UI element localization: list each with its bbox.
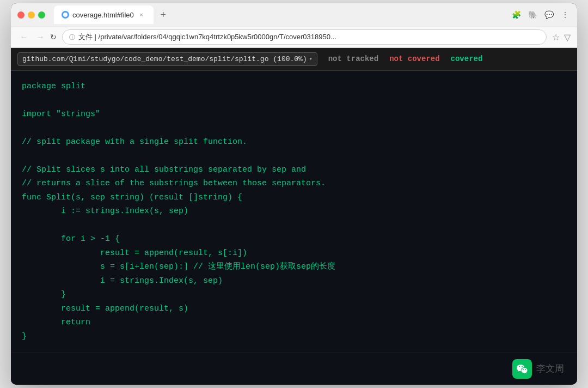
code-line-15: i = strings.Index(s, sep) [22,274,566,288]
url-bar[interactable]: ⓘ 文件 | /private/var/folders/04/qgqlc1wn7… [62,29,547,45]
dropdown-arrow-icon: ▾ [309,56,313,62]
code-line-14: s = s[i+len(sep):] // 这里使用len(sep)获取sep的… [22,260,566,274]
new-tab-button[interactable]: + [156,7,171,22]
code-line-17: result = append(result, s) [22,302,566,316]
tab-favicon [62,11,69,19]
code-line-10: i := strings.Index(s, sep) [22,204,566,219]
code-line-12: for i > -1 { [22,232,566,246]
code-line-5: // split package with a single split fun… [22,135,566,149]
title-bar: coverage.html#file0 × + 🧩 🐘 💬 ⋮ [11,3,577,27]
code-line-11 [22,219,566,233]
tab-bar: coverage.html#file0 × + [54,5,506,24]
forward-button[interactable]: → [34,31,47,43]
file-selector-dropdown[interactable]: github.com/Q1mi/studygo/code_demo/test_d… [17,52,317,66]
extension-icon-1[interactable]: 🧩 [511,9,522,20]
browser-menu-button[interactable]: ⋮ [560,9,571,20]
code-line-7: // Split slices s into all substrings se… [22,163,566,177]
bookmark-icon[interactable]: ☆ [552,32,560,43]
coverage-toolbar: github.com/Q1mi/studygo/code_demo/test_d… [11,48,577,71]
minimize-button[interactable] [28,11,35,19]
maximize-button[interactable] [38,11,45,19]
lock-icon: ⓘ [69,33,75,41]
address-bar: ← → ↻ ⓘ 文件 | /private/var/folders/04/qgq… [11,27,577,48]
code-line-2 [22,93,566,107]
code-line-6 [22,149,566,163]
title-bar-icons: 🧩 🐘 💬 ⋮ [511,9,571,20]
extension-icon-3[interactable]: 💬 [543,9,554,20]
code-line-16: } [22,288,566,302]
watermark-text: 李文周 [536,362,564,375]
legend-covered: covered [451,54,483,63]
close-button[interactable] [17,11,24,19]
watermark: 李文周 [512,359,564,379]
tab-close-button[interactable]: × [137,10,146,19]
code-line-18: return [22,316,566,330]
code-line-19: } [22,330,566,344]
wechat-icon [512,359,532,379]
watermark-bar: 李文周 [11,352,577,385]
reload-button[interactable]: ↻ [50,33,57,41]
profile-icon[interactable]: ▽ [564,32,571,43]
svg-point-0 [63,13,68,17]
code-line-3: import "strings" [22,107,566,122]
legend-not-covered: not covered [389,54,439,63]
code-line-1: package split [22,80,566,94]
coverage-legend: not tracked not covered covered [328,54,483,63]
address-bar-icons: ☆ ▽ [552,32,571,43]
code-line-13: result = append(result, s[:i]) [22,246,566,260]
code-line-4 [22,121,566,135]
code-line-8: // returns a slice of the substrings bet… [22,177,566,191]
browser-window: coverage.html#file0 × + 🧩 🐘 💬 ⋮ [11,3,577,385]
url-text: 文件 | /private/var/folders/04/qgqlc1wn7kq… [78,32,336,42]
legend-not-tracked: not tracked [328,54,378,63]
active-tab[interactable]: coverage.html#file0 × [54,5,154,24]
code-area: package split import "strings" // split … [11,71,577,353]
code-line-9: func Split(s, sep string) (result []stri… [22,191,566,205]
tab-title: coverage.html#file0 [72,11,134,19]
file-selector-text: github.com/Q1mi/studygo/code_demo/test_d… [22,55,307,63]
nav-buttons: ← → ↻ [17,31,57,43]
traffic-lights [17,11,45,19]
extension-icon-2[interactable]: 🐘 [527,9,538,20]
back-button[interactable]: ← [17,31,30,43]
